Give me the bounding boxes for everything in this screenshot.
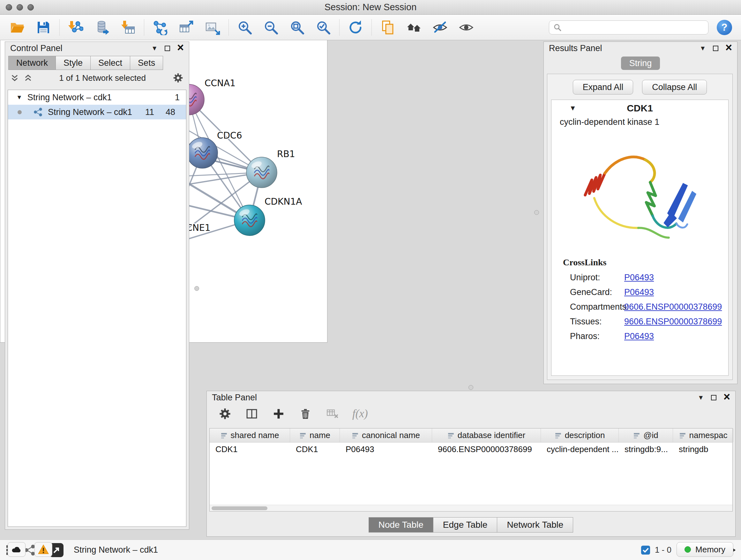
expand-all-button[interactable]: Expand All	[573, 80, 633, 95]
table-cell[interactable]: stringdb:9...	[619, 442, 673, 456]
control-panel: Control Panel ▼ × Network Style Select S…	[5, 42, 189, 530]
close-panel-icon[interactable]: ×	[177, 42, 184, 53]
table-cell[interactable]: CDK1	[290, 442, 340, 456]
import-network-database-icon[interactable]	[93, 19, 110, 36]
column-icon	[220, 432, 227, 439]
crosslink-label: Pharos:	[563, 331, 624, 341]
network-node-CDC6[interactable]	[187, 138, 218, 168]
protein-structure-image	[576, 136, 704, 254]
refresh-layout-icon[interactable]	[347, 19, 364, 36]
column-icon	[633, 432, 640, 439]
crosslink-row: Compartments: 9606.ENSP00000378699	[563, 300, 728, 314]
splitter-handle[interactable]	[534, 210, 539, 215]
collapse-panel-icon[interactable]: ▼	[699, 45, 706, 51]
network-collection-count: 1	[175, 92, 180, 103]
open-file-icon[interactable]	[9, 19, 25, 36]
network-from-table-icon[interactable]	[178, 19, 195, 36]
column-header[interactable]: shared name	[210, 428, 290, 442]
network-node-RB1[interactable]	[246, 157, 277, 188]
network-collection-row[interactable]: ▼ String Network – cdk1 1	[8, 90, 186, 105]
table-cell[interactable]: stringdb	[673, 442, 734, 456]
crosslink-label: GeneCard:	[563, 287, 624, 297]
column-header[interactable]: namespac	[673, 428, 734, 442]
crosslink-row: Pharos: P06493	[563, 329, 728, 344]
zoom-out-icon[interactable]	[263, 19, 279, 36]
column-header[interactable]: @id	[619, 428, 673, 442]
column-header[interactable]: canonical name	[340, 428, 432, 442]
crosslink-link[interactable]: P06493	[624, 287, 654, 297]
tab-node-table[interactable]: Node Table	[368, 517, 433, 533]
crosslink-link[interactable]: P06493	[624, 331, 654, 341]
close-panel-icon[interactable]: ×	[724, 391, 730, 402]
horizontal-scrollbar[interactable]	[210, 505, 732, 511]
network-node-count: 11	[139, 107, 154, 117]
splitter-handle[interactable]	[468, 385, 473, 390]
network-options-gear-icon[interactable]	[172, 72, 184, 84]
add-column-icon[interactable]	[272, 407, 285, 421]
zoom-fit-icon[interactable]	[289, 19, 306, 36]
tab-select[interactable]: Select	[90, 56, 130, 70]
import-network-file-icon[interactable]	[67, 19, 84, 36]
network-row-selected[interactable]: String Network – cdk1 11 48	[8, 105, 186, 119]
export-image-icon[interactable]	[204, 19, 221, 36]
tab-string[interactable]: String	[621, 57, 660, 70]
scrollbar-thumb[interactable]	[212, 506, 267, 510]
column-icon	[352, 432, 359, 439]
network-row-label: String Network – cdk1	[48, 107, 132, 117]
zoom-selected-icon[interactable]	[315, 19, 332, 36]
new-network-icon[interactable]	[152, 19, 169, 36]
cloud-status-button[interactable]	[8, 542, 25, 557]
save-session-icon[interactable]	[35, 19, 52, 36]
tab-edge-table[interactable]: Edge Table	[433, 517, 497, 533]
tab-sets[interactable]: Sets	[130, 56, 163, 70]
column-header[interactable]: database identifier	[432, 428, 541, 442]
float-panel-icon[interactable]	[711, 395, 717, 400]
crosslink-row: GeneCard: P06493	[563, 285, 728, 300]
splitter-handle[interactable]	[194, 286, 199, 291]
import-table-file-icon[interactable]	[120, 19, 136, 36]
memory-button[interactable]: Memory	[677, 542, 733, 557]
window-title: Session: New Session	[0, 2, 741, 12]
tab-style[interactable]: Style	[56, 56, 91, 70]
network-node-CDKN1A[interactable]	[234, 205, 265, 236]
table-cell[interactable]: CDK1	[210, 442, 290, 456]
zoom-in-icon[interactable]	[237, 19, 253, 36]
collapse-panel-icon[interactable]: ▼	[697, 394, 704, 401]
crosslink-link[interactable]: 9606.ENSP00000378699	[624, 317, 722, 327]
float-panel-icon[interactable]	[165, 46, 170, 51]
close-panel-icon[interactable]: ×	[725, 42, 732, 53]
help-icon[interactable]: ?	[717, 20, 732, 35]
tree-expander-icon[interactable]: ▼	[16, 94, 22, 101]
warning-status-button[interactable]	[35, 542, 52, 557]
birdseye-home-icon[interactable]	[406, 19, 422, 36]
table-cell[interactable]: P06493	[340, 442, 432, 456]
table-cell[interactable]: cyclin-dependent ...	[541, 442, 619, 456]
table-tabs: Node Table Edge Table Network Table	[207, 517, 735, 533]
network-collection-label: String Network – cdk1	[27, 92, 112, 103]
show-columns-icon[interactable]	[245, 407, 259, 421]
status-bar: Memory	[0, 539, 741, 560]
float-panel-icon[interactable]	[713, 46, 718, 51]
column-header[interactable]: name	[290, 428, 340, 442]
gene-section-header[interactable]: ▼ CDK1	[551, 100, 728, 117]
section-expander-icon[interactable]: ▼	[569, 105, 576, 112]
collapse-all-button[interactable]: Collapse All	[642, 80, 707, 95]
collapse-all-networks-icon[interactable]	[23, 73, 32, 82]
expand-all-networks-icon[interactable]	[10, 73, 19, 82]
crosslink-link[interactable]: 9606.ENSP00000378699	[624, 302, 722, 312]
show-all-eye-icon[interactable]	[458, 19, 475, 36]
delete-column-trash-icon[interactable]	[299, 407, 312, 421]
column-header[interactable]: description	[541, 428, 619, 442]
tab-network[interactable]: Network	[8, 56, 56, 70]
tab-network-table[interactable]: Network Table	[497, 517, 573, 533]
collapse-panel-icon[interactable]: ▼	[151, 45, 158, 51]
crosslink-link[interactable]: P06493	[624, 273, 654, 283]
table-cell[interactable]: 9606.ENSP00000378699	[432, 442, 541, 456]
hide-selected-eye-icon[interactable]	[432, 19, 448, 36]
network-current-dot	[17, 110, 22, 114]
table-row[interactable]: CDK1 CDK1 P06493 9606.ENSP00000378699 cy…	[210, 442, 732, 456]
table-options-gear-icon[interactable]	[218, 407, 232, 421]
search-input[interactable]	[549, 20, 709, 35]
copy-icon[interactable]	[380, 19, 396, 36]
gene-name: CDK1	[551, 103, 728, 114]
